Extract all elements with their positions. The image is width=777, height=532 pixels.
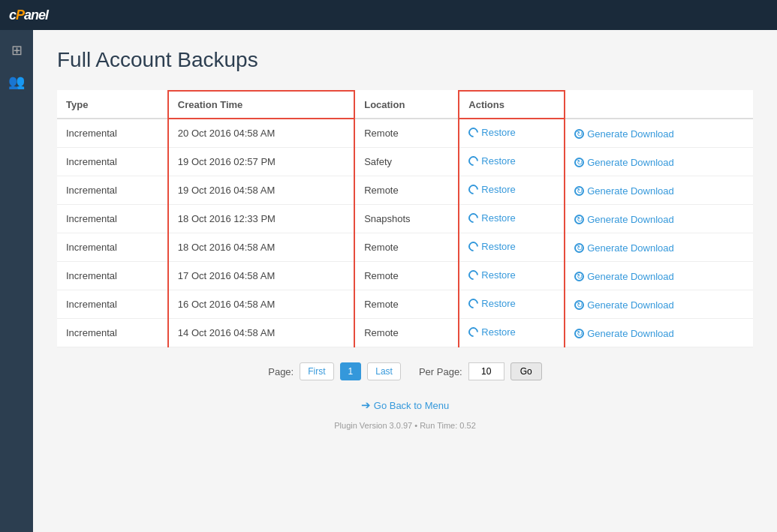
- cell-type: Incremental: [57, 319, 168, 347]
- cell-actions: Restore: [459, 262, 565, 290]
- download-icon: ↻: [574, 186, 584, 196]
- sidebar-grid-icon[interactable]: ⊞: [7, 38, 27, 63]
- backup-table: Type Creation Time Location Actions Incr…: [57, 90, 753, 347]
- cell-location: Remote: [354, 319, 459, 347]
- first-page-button[interactable]: First: [300, 362, 333, 380]
- cell-creation-time: 16 Oct 2016 04:58 AM: [168, 290, 354, 319]
- go-back-circle-icon: ➔: [361, 398, 371, 412]
- cell-type: Incremental: [57, 148, 168, 176]
- top-bar: cPanel: [0, 0, 777, 30]
- per-page-input[interactable]: [468, 362, 504, 380]
- table-row: Incremental 20 Oct 2016 04:58 AM Remote …: [57, 119, 753, 148]
- restore-icon: [467, 268, 480, 281]
- cell-generate: ↻ Generate Download: [565, 233, 753, 262]
- cpanel-logo: cPanel: [9, 8, 48, 23]
- cell-actions: Restore: [459, 205, 565, 233]
- cell-generate: ↻ Generate Download: [565, 290, 753, 319]
- restore-button[interactable]: Restore: [468, 212, 516, 224]
- current-page-button[interactable]: 1: [340, 362, 362, 380]
- restore-button[interactable]: Restore: [468, 184, 516, 195]
- cell-location: Remote: [354, 119, 459, 148]
- restore-button[interactable]: Restore: [468, 326, 516, 338]
- col-header-creation: Creation Time: [168, 91, 354, 119]
- cell-location: Remote: [354, 290, 459, 319]
- restore-button[interactable]: Restore: [468, 155, 516, 167]
- table-row: Incremental 19 Oct 2016 04:58 AM Remote …: [57, 176, 753, 205]
- cell-type: Incremental: [57, 176, 168, 205]
- cell-generate: ↻ Generate Download: [565, 176, 753, 205]
- cell-generate: ↻ Generate Download: [565, 205, 753, 233]
- table-row: Incremental 18 Oct 2016 12:33 PM Snapsho…: [57, 205, 753, 233]
- cell-type: Incremental: [57, 205, 168, 233]
- cell-type: Incremental: [57, 233, 168, 262]
- page-title: Full Account Backups: [57, 48, 753, 72]
- cell-creation-time: 19 Oct 2016 02:57 PM: [168, 148, 354, 176]
- table-row: Incremental 18 Oct 2016 04:58 AM Remote …: [57, 233, 753, 262]
- restore-icon: [467, 296, 480, 310]
- go-back-label: Go Back to Menu: [374, 400, 449, 411]
- cell-type: Incremental: [57, 262, 168, 290]
- cell-generate: ↻ Generate Download: [565, 119, 753, 148]
- cell-creation-time: 17 Oct 2016 04:58 AM: [168, 262, 354, 290]
- restore-icon: [467, 125, 480, 139]
- cell-location: Remote: [354, 176, 459, 205]
- go-back-link[interactable]: ➔ Go Back to Menu: [57, 398, 753, 412]
- table-row: Incremental 14 Oct 2016 04:58 AM Remote …: [57, 319, 753, 347]
- col-header-type: Type: [57, 91, 168, 119]
- col-header-location: Location: [354, 91, 459, 119]
- download-icon: ↻: [574, 158, 584, 167]
- download-icon: ↻: [574, 300, 584, 310]
- cell-actions: Restore: [459, 319, 565, 347]
- cell-location: Snapshots: [354, 205, 459, 233]
- cell-creation-time: 19 Oct 2016 04:58 AM: [168, 176, 354, 205]
- restore-icon: [467, 325, 480, 338]
- cell-creation-time: 14 Oct 2016 04:58 AM: [168, 319, 354, 347]
- cell-actions: Restore: [459, 233, 565, 262]
- generate-download-button[interactable]: ↻ Generate Download: [574, 328, 674, 339]
- cell-creation-time: 18 Oct 2016 04:58 AM: [168, 233, 354, 262]
- col-header-actions: Actions: [459, 91, 565, 119]
- cell-location: Remote: [354, 262, 459, 290]
- generate-download-button[interactable]: ↻ Generate Download: [574, 128, 674, 140]
- download-icon: ↻: [574, 129, 584, 139]
- main-content: Full Account Backups Type Creation Time …: [33, 30, 777, 532]
- last-page-button[interactable]: Last: [367, 362, 401, 380]
- generate-download-button[interactable]: ↻ Generate Download: [574, 242, 674, 254]
- sidebar-users-icon[interactable]: 👥: [4, 69, 29, 95]
- col-header-generate: [565, 91, 753, 119]
- table-row: Incremental 19 Oct 2016 02:57 PM Safety …: [57, 148, 753, 176]
- restore-button[interactable]: Restore: [468, 269, 516, 281]
- restore-icon: [467, 211, 480, 224]
- cell-generate: ↻ Generate Download: [565, 319, 753, 347]
- cell-generate: ↻ Generate Download: [565, 262, 753, 290]
- go-button[interactable]: Go: [510, 362, 542, 380]
- cell-location: Remote: [354, 233, 459, 262]
- cell-actions: Restore: [459, 148, 565, 176]
- download-icon: ↻: [574, 272, 584, 281]
- table-row: Incremental 16 Oct 2016 04:58 AM Remote …: [57, 290, 753, 319]
- restore-button[interactable]: Restore: [468, 127, 516, 138]
- cell-creation-time: 20 Oct 2016 04:58 AM: [168, 119, 354, 148]
- generate-download-button[interactable]: ↻ Generate Download: [574, 214, 674, 225]
- restore-button[interactable]: Restore: [468, 241, 516, 252]
- generate-download-button[interactable]: ↻ Generate Download: [574, 299, 674, 311]
- pagination-area: Page: First 1 Last Per Page: Go: [57, 362, 753, 380]
- cell-actions: Restore: [459, 290, 565, 319]
- generate-download-button[interactable]: ↻ Generate Download: [574, 157, 674, 168]
- per-page-label: Per Page:: [419, 366, 462, 377]
- generate-download-button[interactable]: ↻ Generate Download: [574, 271, 674, 282]
- download-icon: ↻: [574, 215, 584, 224]
- cell-creation-time: 18 Oct 2016 12:33 PM: [168, 205, 354, 233]
- restore-button[interactable]: Restore: [468, 298, 516, 309]
- cell-actions: Restore: [459, 119, 565, 148]
- table-row: Incremental 17 Oct 2016 04:58 AM Remote …: [57, 262, 753, 290]
- restore-icon: [467, 154, 480, 167]
- cell-type: Incremental: [57, 119, 168, 148]
- sidebar: ⊞ 👥: [0, 30, 33, 532]
- cell-actions: Restore: [459, 176, 565, 205]
- cell-type: Incremental: [57, 290, 168, 319]
- cell-generate: ↻ Generate Download: [565, 148, 753, 176]
- restore-icon: [467, 239, 480, 253]
- generate-download-button[interactable]: ↻ Generate Download: [574, 185, 674, 197]
- page-label: Page:: [268, 366, 294, 377]
